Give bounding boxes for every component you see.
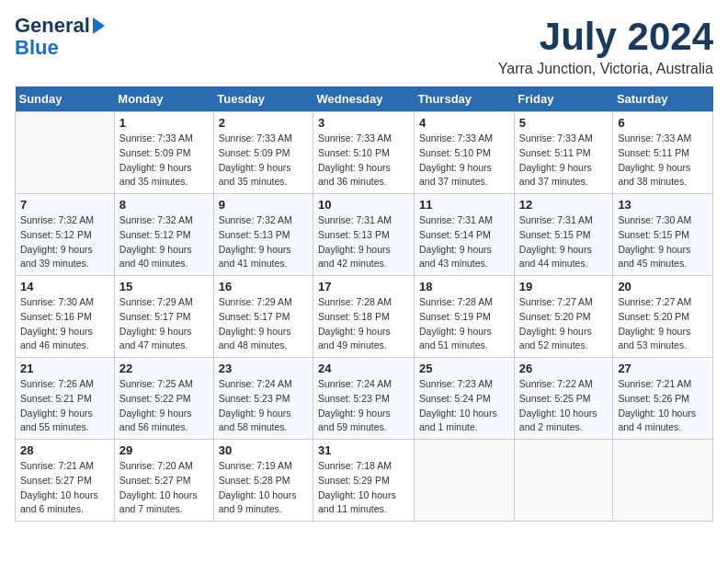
day-info: Sunrise: 7:28 AMSunset: 5:19 PMDaylight:… bbox=[419, 295, 509, 353]
day-number: 26 bbox=[519, 362, 609, 375]
day-number: 3 bbox=[318, 116, 409, 130]
day-cell: 24Sunrise: 7:24 AMSunset: 5:23 PMDayligh… bbox=[313, 358, 415, 440]
day-info: Sunrise: 7:31 AMSunset: 5:14 PMDaylight:… bbox=[419, 213, 509, 271]
day-number: 13 bbox=[618, 198, 708, 212]
day-info: Sunrise: 7:32 AMSunset: 5:12 PMDaylight:… bbox=[20, 213, 109, 271]
day-number: 8 bbox=[119, 198, 209, 212]
day-number: 10 bbox=[318, 198, 409, 212]
day-cell: 14Sunrise: 7:30 AMSunset: 5:16 PMDayligh… bbox=[16, 276, 115, 358]
day-number: 20 bbox=[618, 280, 708, 293]
day-number: 25 bbox=[419, 362, 509, 375]
day-cell: 5Sunrise: 7:33 AMSunset: 5:11 PMDaylight… bbox=[514, 112, 613, 194]
logo: General Blue bbox=[15, 15, 105, 59]
day-cell: 1Sunrise: 7:33 AMSunset: 5:09 PMDaylight… bbox=[114, 112, 213, 194]
day-cell bbox=[514, 440, 613, 522]
logo-general: General bbox=[15, 15, 90, 37]
day-number: 22 bbox=[119, 362, 209, 375]
day-info: Sunrise: 7:28 AMSunset: 5:18 PMDaylight:… bbox=[318, 295, 409, 353]
header-day-friday: Friday bbox=[514, 86, 613, 112]
day-number: 23 bbox=[219, 362, 308, 375]
day-cell: 27Sunrise: 7:21 AMSunset: 5:26 PMDayligh… bbox=[613, 358, 713, 440]
day-cell bbox=[613, 440, 713, 522]
header-day-saturday: Saturday bbox=[613, 86, 713, 112]
day-info: Sunrise: 7:18 AMSunset: 5:29 PMDaylight:… bbox=[318, 459, 409, 517]
logo-arrow-icon bbox=[93, 17, 105, 34]
month-title: July 2024 bbox=[498, 15, 713, 59]
day-number: 31 bbox=[318, 443, 409, 457]
day-number: 30 bbox=[219, 443, 308, 457]
week-row-5: 28Sunrise: 7:21 AMSunset: 5:27 PMDayligh… bbox=[16, 440, 713, 522]
day-number: 24 bbox=[318, 362, 409, 375]
day-cell: 15Sunrise: 7:29 AMSunset: 5:17 PMDayligh… bbox=[114, 276, 213, 358]
day-number: 5 bbox=[519, 116, 609, 130]
day-info: Sunrise: 7:22 AMSunset: 5:25 PMDaylight:… bbox=[519, 377, 609, 435]
week-row-2: 7Sunrise: 7:32 AMSunset: 5:12 PMDaylight… bbox=[16, 194, 713, 276]
day-info: Sunrise: 7:23 AMSunset: 5:24 PMDaylight:… bbox=[419, 377, 509, 435]
day-cell: 16Sunrise: 7:29 AMSunset: 5:17 PMDayligh… bbox=[213, 276, 313, 358]
day-info: Sunrise: 7:24 AMSunset: 5:23 PMDaylight:… bbox=[318, 377, 409, 435]
day-cell: 29Sunrise: 7:20 AMSunset: 5:27 PMDayligh… bbox=[114, 440, 213, 522]
day-cell: 10Sunrise: 7:31 AMSunset: 5:13 PMDayligh… bbox=[313, 194, 415, 276]
day-info: Sunrise: 7:29 AMSunset: 5:17 PMDaylight:… bbox=[219, 295, 308, 353]
logo-blue: Blue bbox=[15, 37, 59, 59]
day-cell: 12Sunrise: 7:31 AMSunset: 5:15 PMDayligh… bbox=[514, 194, 613, 276]
day-cell: 23Sunrise: 7:24 AMSunset: 5:23 PMDayligh… bbox=[213, 358, 313, 440]
week-row-4: 21Sunrise: 7:26 AMSunset: 5:21 PMDayligh… bbox=[16, 358, 713, 440]
day-info: Sunrise: 7:24 AMSunset: 5:23 PMDaylight:… bbox=[219, 377, 308, 435]
day-info: Sunrise: 7:33 AMSunset: 5:10 PMDaylight:… bbox=[318, 132, 409, 190]
day-cell: 11Sunrise: 7:31 AMSunset: 5:14 PMDayligh… bbox=[415, 194, 515, 276]
header-day-monday: Monday bbox=[114, 86, 213, 112]
day-cell: 6Sunrise: 7:33 AMSunset: 5:11 PMDaylight… bbox=[613, 112, 713, 194]
day-number: 7 bbox=[20, 198, 109, 212]
day-number: 17 bbox=[318, 280, 409, 293]
day-cell: 8Sunrise: 7:32 AMSunset: 5:12 PMDaylight… bbox=[114, 194, 213, 276]
day-info: Sunrise: 7:25 AMSunset: 5:22 PMDaylight:… bbox=[119, 377, 209, 435]
day-cell: 9Sunrise: 7:32 AMSunset: 5:13 PMDaylight… bbox=[213, 194, 313, 276]
day-info: Sunrise: 7:31 AMSunset: 5:13 PMDaylight:… bbox=[318, 213, 409, 271]
day-info: Sunrise: 7:19 AMSunset: 5:28 PMDaylight:… bbox=[219, 459, 308, 517]
day-cell: 3Sunrise: 7:33 AMSunset: 5:10 PMDaylight… bbox=[313, 112, 415, 194]
day-cell: 18Sunrise: 7:28 AMSunset: 5:19 PMDayligh… bbox=[415, 276, 515, 358]
day-cell: 22Sunrise: 7:25 AMSunset: 5:22 PMDayligh… bbox=[114, 358, 213, 440]
day-info: Sunrise: 7:33 AMSunset: 5:09 PMDaylight:… bbox=[219, 132, 308, 190]
day-info: Sunrise: 7:31 AMSunset: 5:15 PMDaylight:… bbox=[519, 213, 609, 271]
day-cell: 28Sunrise: 7:21 AMSunset: 5:27 PMDayligh… bbox=[16, 440, 115, 522]
day-info: Sunrise: 7:30 AMSunset: 5:15 PMDaylight:… bbox=[618, 213, 708, 271]
day-cell bbox=[415, 440, 515, 522]
day-info: Sunrise: 7:33 AMSunset: 5:11 PMDaylight:… bbox=[519, 132, 609, 190]
week-row-3: 14Sunrise: 7:30 AMSunset: 5:16 PMDayligh… bbox=[16, 276, 713, 358]
day-cell: 17Sunrise: 7:28 AMSunset: 5:18 PMDayligh… bbox=[313, 276, 415, 358]
day-cell bbox=[16, 112, 115, 194]
day-number: 27 bbox=[618, 362, 708, 375]
calendar-header: SundayMondayTuesdayWednesdayThursdayFrid… bbox=[16, 86, 713, 112]
day-info: Sunrise: 7:21 AMSunset: 5:27 PMDaylight:… bbox=[20, 459, 109, 517]
day-info: Sunrise: 7:30 AMSunset: 5:16 PMDaylight:… bbox=[20, 295, 109, 353]
day-number: 12 bbox=[519, 198, 609, 212]
day-info: Sunrise: 7:32 AMSunset: 5:12 PMDaylight:… bbox=[119, 213, 209, 271]
calendar-body: 1Sunrise: 7:33 AMSunset: 5:09 PMDaylight… bbox=[16, 112, 713, 522]
day-info: Sunrise: 7:29 AMSunset: 5:17 PMDaylight:… bbox=[119, 295, 209, 353]
day-info: Sunrise: 7:33 AMSunset: 5:09 PMDaylight:… bbox=[119, 132, 209, 190]
day-number: 6 bbox=[618, 116, 708, 130]
day-number: 14 bbox=[20, 280, 109, 293]
calendar-table: SundayMondayTuesdayWednesdayThursdayFrid… bbox=[15, 86, 713, 522]
day-info: Sunrise: 7:27 AMSunset: 5:20 PMDaylight:… bbox=[519, 295, 609, 353]
day-number: 16 bbox=[219, 280, 308, 293]
day-cell: 13Sunrise: 7:30 AMSunset: 5:15 PMDayligh… bbox=[613, 194, 713, 276]
day-cell: 4Sunrise: 7:33 AMSunset: 5:10 PMDaylight… bbox=[415, 112, 515, 194]
day-info: Sunrise: 7:27 AMSunset: 5:20 PMDaylight:… bbox=[618, 295, 708, 353]
day-info: Sunrise: 7:26 AMSunset: 5:21 PMDaylight:… bbox=[20, 377, 109, 435]
day-number: 28 bbox=[20, 443, 109, 457]
day-cell: 20Sunrise: 7:27 AMSunset: 5:20 PMDayligh… bbox=[613, 276, 713, 358]
day-number: 18 bbox=[419, 280, 509, 293]
day-number: 11 bbox=[419, 198, 509, 212]
header-day-wednesday: Wednesday bbox=[313, 86, 415, 112]
day-cell: 30Sunrise: 7:19 AMSunset: 5:28 PMDayligh… bbox=[213, 440, 313, 522]
day-number: 1 bbox=[119, 116, 209, 130]
header-day-sunday: Sunday bbox=[16, 86, 115, 112]
day-number: 19 bbox=[519, 280, 609, 293]
day-cell: 2Sunrise: 7:33 AMSunset: 5:09 PMDaylight… bbox=[213, 112, 313, 194]
location-title: Yarra Junction, Victoria, Australia bbox=[498, 61, 713, 77]
header: General Blue July 2024 Yarra Junction, V… bbox=[15, 15, 713, 77]
header-day-tuesday: Tuesday bbox=[213, 86, 313, 112]
